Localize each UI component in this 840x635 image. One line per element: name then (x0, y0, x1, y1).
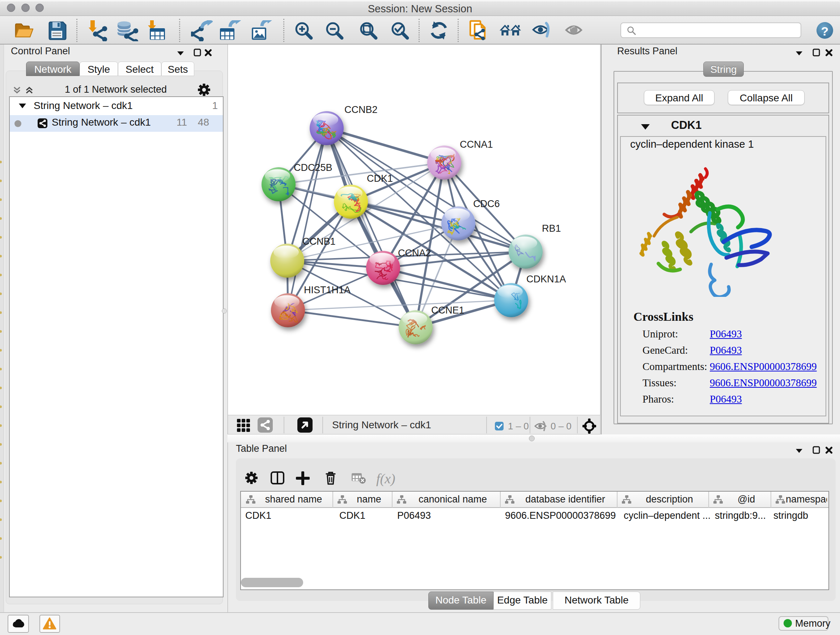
svg-text:CDK1: CDK1 (367, 173, 393, 184)
svg-text:CDC25B: CDC25B (294, 162, 332, 173)
svg-text:CCNA2: CCNA2 (398, 248, 431, 258)
svg-text:CCNA1: CCNA1 (460, 139, 493, 150)
svg-text:CDC6: CDC6 (473, 198, 500, 209)
svg-text:CCNE1: CCNE1 (431, 305, 464, 316)
svg-text:CCNB1: CCNB1 (302, 236, 336, 247)
svg-text:RB1: RB1 (542, 223, 561, 234)
svg-text:HIST1H1A: HIST1H1A (304, 285, 351, 295)
svg-text:CCNB2: CCNB2 (344, 104, 378, 115)
svg-text:CDKN1A: CDKN1A (526, 274, 566, 285)
